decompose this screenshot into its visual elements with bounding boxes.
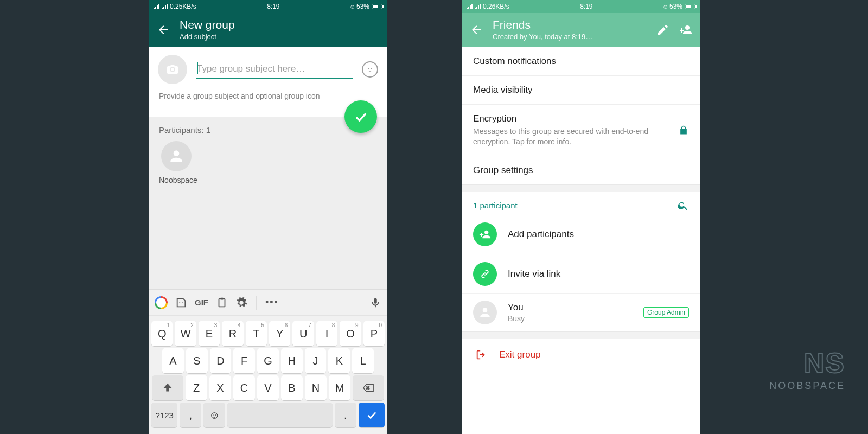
- shift-key[interactable]: [152, 375, 183, 400]
- svg-point-3: [182, 302, 183, 303]
- media-visibility-item[interactable]: Media visibility: [462, 76, 700, 105]
- key-u[interactable]: U: [292, 321, 314, 346]
- key-o[interactable]: O: [340, 321, 361, 346]
- exit-group-row[interactable]: Exit group: [462, 339, 700, 371]
- key-g[interactable]: G: [257, 348, 279, 373]
- add-person-icon[interactable]: [679, 23, 692, 36]
- soft-keyboard: G GIF ••• QWERTYUIOP ASDFGHJKL ZXCVBNM ?…: [149, 289, 387, 434]
- section-divider: [462, 184, 700, 192]
- comma-key[interactable]: ,: [180, 403, 201, 427]
- key-h[interactable]: H: [281, 348, 303, 373]
- key-q[interactable]: Q: [151, 321, 173, 346]
- svg-point-1: [371, 68, 372, 69]
- gif-button[interactable]: GIF: [195, 298, 208, 307]
- dnd-icon: ⍉: [350, 3, 354, 10]
- key-n[interactable]: N: [305, 375, 327, 400]
- key-x[interactable]: X: [209, 375, 231, 400]
- key-k[interactable]: K: [328, 348, 350, 373]
- signal-icon: [154, 4, 159, 9]
- key-c[interactable]: C: [233, 375, 255, 400]
- key-p[interactable]: P: [363, 321, 385, 346]
- svg-point-2: [179, 302, 180, 303]
- back-icon[interactable]: [157, 23, 170, 36]
- group-name: Friends: [493, 18, 592, 31]
- space-key[interactable]: [227, 403, 332, 427]
- battery-percent: 53%: [669, 3, 682, 10]
- member-row[interactable]: You Busy Group Admin: [462, 294, 700, 331]
- key-l[interactable]: L: [352, 348, 374, 373]
- clipboard-icon[interactable]: [216, 297, 228, 309]
- key-t[interactable]: T: [246, 321, 267, 346]
- participants-header: 1 participant: [462, 192, 700, 215]
- key-f[interactable]: F: [233, 348, 255, 373]
- appbar-subtitle: Add subject: [180, 33, 235, 41]
- clock: 8:19: [196, 3, 350, 10]
- more-icon[interactable]: •••: [265, 297, 279, 308]
- check-icon: [353, 109, 368, 124]
- key-r[interactable]: R: [222, 321, 243, 346]
- group-settings-item[interactable]: Group settings: [462, 156, 700, 184]
- network-speed: 0.25KB/s: [170, 3, 196, 10]
- mic-icon[interactable]: [369, 297, 381, 309]
- google-icon[interactable]: G: [155, 296, 168, 309]
- backspace-key[interactable]: [353, 375, 384, 400]
- enter-key[interactable]: [359, 403, 385, 427]
- search-icon[interactable]: [677, 200, 689, 212]
- group-meta: Created by You, today at 8:19…: [493, 33, 592, 41]
- sticker-icon[interactable]: [175, 297, 187, 309]
- key-d[interactable]: D: [210, 348, 232, 373]
- confirm-fab[interactable]: [344, 100, 377, 133]
- key-y[interactable]: Y: [269, 321, 290, 346]
- battery-icon: [685, 4, 695, 9]
- member-name: You: [508, 302, 633, 313]
- admin-badge: Group Admin: [643, 307, 689, 318]
- subject-input[interactable]: [196, 60, 353, 79]
- link-icon: [473, 262, 497, 286]
- add-participants-row[interactable]: Add participants: [462, 215, 700, 254]
- lock-icon: [678, 125, 689, 136]
- emoji-key[interactable]: ☺: [203, 403, 225, 427]
- back-icon[interactable]: [470, 23, 483, 36]
- member-status: Busy: [508, 314, 633, 323]
- watermark-label: NOOBSPACE: [769, 380, 845, 392]
- participant-chip[interactable]: Noobspace: [149, 138, 203, 188]
- gear-icon[interactable]: [235, 297, 247, 309]
- key-v[interactable]: V: [257, 375, 279, 400]
- signal-icon: [162, 4, 168, 9]
- add-person-icon: [473, 222, 497, 246]
- key-w[interactable]: W: [175, 321, 196, 346]
- key-e[interactable]: E: [199, 321, 220, 346]
- battery-icon: [372, 4, 382, 9]
- clock: 8:19: [509, 3, 663, 10]
- emoji-button[interactable]: [362, 61, 378, 78]
- edit-icon[interactable]: [656, 23, 669, 36]
- battery-percent: 53%: [356, 3, 369, 10]
- section-divider: [462, 331, 700, 339]
- key-b[interactable]: B: [281, 375, 303, 400]
- camera-icon: [166, 63, 179, 76]
- key-j[interactable]: J: [305, 348, 327, 373]
- custom-notifications-item[interactable]: Custom notifications: [462, 47, 700, 76]
- signal-icon: [475, 4, 481, 9]
- key-s[interactable]: S: [186, 348, 208, 373]
- signal-icon: [467, 4, 473, 9]
- symbols-key[interactable]: ?123: [151, 403, 177, 427]
- exit-icon: [475, 349, 487, 361]
- encryption-item[interactable]: Encryption Messages to this group are se…: [462, 105, 700, 156]
- svg-point-0: [368, 68, 369, 69]
- period-key[interactable]: .: [335, 403, 356, 427]
- key-i[interactable]: I: [316, 321, 337, 346]
- app-bar: Friends Created by You, today at 8:19…: [462, 13, 700, 47]
- key-a[interactable]: A: [162, 348, 184, 373]
- network-speed: 0.26KB/s: [483, 3, 509, 10]
- status-bar: 0.26KB/s 8:19 ⍉ 53%: [462, 0, 700, 13]
- svg-rect-5: [220, 297, 224, 299]
- key-m[interactable]: M: [329, 375, 350, 400]
- participant-name: Noobspace: [159, 176, 194, 184]
- invite-link-row[interactable]: Invite via link: [462, 254, 700, 294]
- key-z[interactable]: Z: [186, 375, 207, 400]
- input-caret: [197, 62, 198, 74]
- avatar-icon: [161, 141, 192, 171]
- group-icon-button[interactable]: [158, 55, 187, 84]
- avatar-icon: [473, 301, 497, 324]
